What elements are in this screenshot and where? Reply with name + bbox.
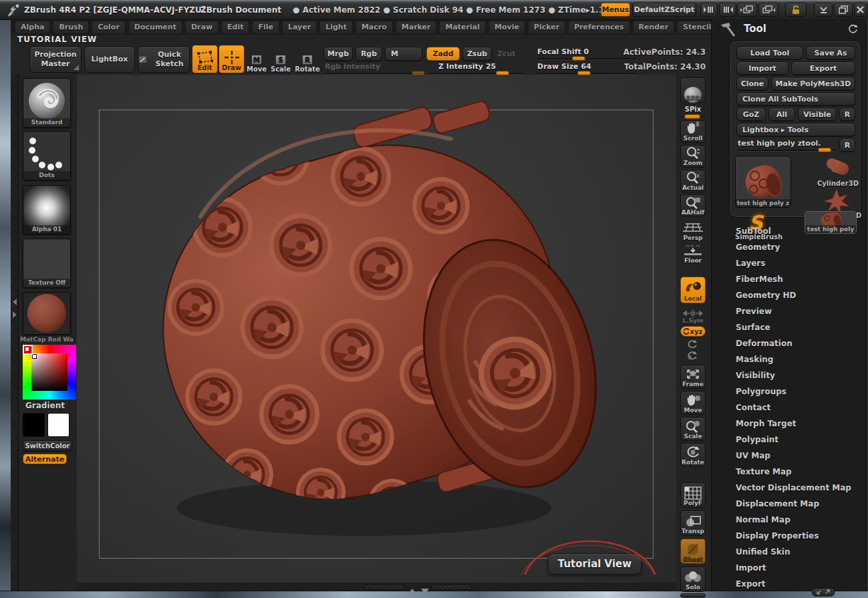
persp-button[interactable]: Persp	[680, 219, 706, 242]
alternate-button[interactable]: Alternate	[23, 454, 67, 464]
polymesh3d-star-icon[interactable]	[823, 189, 851, 213]
current-material-thumbnail[interactable]	[23, 292, 71, 335]
lock-button[interactable]	[785, 3, 807, 17]
tool-section-header[interactable]: Unified Skin	[712, 544, 864, 560]
close-button[interactable]	[854, 3, 867, 17]
tool-section-header[interactable]: Layers	[712, 255, 864, 271]
menu-item[interactable]: Material	[439, 21, 485, 34]
polyframe-button[interactable]: PolyF	[680, 482, 706, 508]
menu-item[interactable]: Movie	[488, 21, 525, 34]
cylinder3d-label[interactable]: Cylinder3D	[817, 180, 859, 187]
zsub-button[interactable]: Zsub	[462, 47, 492, 61]
model-3d[interactable]	[77, 75, 676, 575]
restore-button[interactable]	[834, 3, 853, 17]
menu-item[interactable]: Draw	[185, 21, 219, 34]
main-color-swatch[interactable]	[23, 413, 45, 437]
tool-section-header[interactable]: Polypaint	[712, 432, 864, 448]
goz-all-button[interactable]: All	[768, 108, 795, 121]
menu-item[interactable]: Layer	[282, 21, 317, 34]
zoom-button[interactable]: Zoom	[680, 145, 706, 168]
lightbox-tools-button[interactable]: Lightbox ▸ Tools	[736, 123, 855, 136]
left-tray-divider[interactable]	[11, 75, 19, 591]
rotate-mode-button[interactable]: R Rotate	[294, 45, 321, 73]
draw-size-slider[interactable]	[537, 73, 636, 74]
scrub-left-button[interactable]	[700, 3, 718, 17]
tool-section-header[interactable]: Masking	[712, 351, 864, 367]
menu-item[interactable]: Document	[128, 21, 182, 34]
tool-r-button[interactable]: R	[839, 138, 855, 152]
z-intensity-slider[interactable]	[429, 73, 523, 74]
menu-item[interactable]: Picker	[528, 21, 565, 34]
m-button[interactable]: M	[385, 47, 422, 61]
goz-button[interactable]: GoZ	[736, 108, 766, 121]
tutorial-view-button[interactable]: Tutorial View	[548, 553, 641, 575]
lsym-button[interactable]: L.Sym	[680, 306, 706, 325]
scrub-right-button[interactable]	[719, 3, 736, 17]
rotate-on-axis-button[interactable]: xyz	[680, 326, 706, 337]
tool-section-header[interactable]: Vector Displacement Map	[712, 480, 864, 496]
draw-mode-button[interactable]: Draw	[219, 45, 244, 73]
mrgb-button[interactable]: Mrgb	[323, 47, 353, 61]
current-texture-thumbnail[interactable]: Texture Off	[23, 239, 71, 288]
zadd-button[interactable]: Zadd	[426, 47, 460, 61]
secondary-color-swatch[interactable]	[47, 413, 69, 437]
shelf-resize-handle[interactable]	[680, 593, 706, 597]
edit-mode-button[interactable]: Edit	[192, 45, 217, 73]
menu-item[interactable]: Alpha	[15, 21, 50, 34]
clone-button[interactable]: Clone	[736, 77, 768, 90]
import-button[interactable]: Import	[736, 61, 788, 75]
default-zscript-button[interactable]: DefaultZScript	[632, 3, 696, 17]
move-mode-button[interactable]: M Move	[246, 45, 267, 73]
spix-slider[interactable]	[680, 116, 706, 118]
clone-all-subtools-button[interactable]: Clone All SubTools	[736, 92, 855, 106]
tool-section-header[interactable]: Deformation	[712, 335, 864, 351]
scale-view-button[interactable]: Scale	[680, 417, 706, 441]
cylinder3d-icon[interactable]	[822, 156, 854, 180]
cycle-interface-right-button[interactable]	[758, 3, 778, 17]
rgb-button[interactable]: Rgb	[355, 47, 382, 61]
color-picker[interactable]	[23, 345, 76, 400]
lightbox-button[interactable]: LightBox	[84, 46, 135, 73]
save-as-button[interactable]: Save As	[806, 46, 855, 59]
current-tool-slider[interactable]: test high poly ztool.	[738, 139, 835, 148]
menu-item[interactable]: File	[252, 21, 279, 34]
scale-mode-button[interactable]: S Scale	[270, 45, 291, 73]
menu-item[interactable]: Render	[633, 21, 675, 34]
sv-square[interactable]	[31, 353, 67, 391]
menu-item[interactable]: Marker	[396, 21, 437, 34]
quick-sketch-button[interactable]: Quick Sketch	[138, 46, 190, 73]
tool-section-header[interactable]: Display Properties	[712, 528, 864, 544]
make-polymesh3d-button[interactable]: Make PolyMesh3D	[771, 77, 855, 90]
menu-item[interactable]: Color	[92, 21, 125, 34]
focal-shift-handle[interactable]	[572, 56, 585, 61]
goz-r-button[interactable]: R	[839, 108, 855, 121]
tool-section-header[interactable]: Import	[712, 560, 864, 576]
projection-master-button[interactable]: Projection Master	[29, 46, 82, 73]
document-canvas[interactable]: Tutorial View	[77, 75, 676, 583]
tool-section-header[interactable]: Morph Target	[712, 416, 864, 432]
menus-button[interactable]: Menus	[601, 3, 630, 17]
local-button[interactable]: Local	[680, 277, 706, 303]
tool-section-header[interactable]: FiberMesh	[712, 271, 864, 287]
tool-section-header[interactable]: Contact	[712, 400, 864, 416]
tool-section-header[interactable]: Geometry	[712, 239, 864, 255]
transp-button[interactable]: Transp	[680, 510, 706, 536]
ghost-button[interactable]: Ghost	[680, 539, 706, 564]
tool-section-header[interactable]: Displacement Map	[712, 496, 864, 512]
rotate-view-button[interactable]: Rotate	[680, 443, 706, 467]
menu-item[interactable]: Light	[319, 21, 353, 34]
tool-section-header[interactable]: Export	[712, 576, 864, 592]
focal-shift-slider[interactable]	[537, 58, 636, 59]
restore-configuration-icon[interactable]	[848, 24, 858, 34]
export-button[interactable]: Export	[791, 61, 855, 75]
tool-section-header[interactable]: Visibility	[712, 367, 864, 384]
panel-resize-handle[interactable]	[812, 588, 835, 596]
rotate-z-icon[interactable]	[686, 351, 699, 363]
aahalf-button[interactable]: AAHalf	[680, 194, 706, 217]
goz-visible-button[interactable]: Visible	[798, 108, 837, 121]
tool-section-header[interactable]: UV Map	[712, 448, 864, 464]
current-brush-thumbnail[interactable]: Standard	[23, 78, 71, 128]
tool-section-header[interactable]: Geometry HD	[712, 287, 864, 303]
frame-button[interactable]: Frame	[680, 365, 706, 389]
spix-handle[interactable]	[684, 114, 700, 119]
